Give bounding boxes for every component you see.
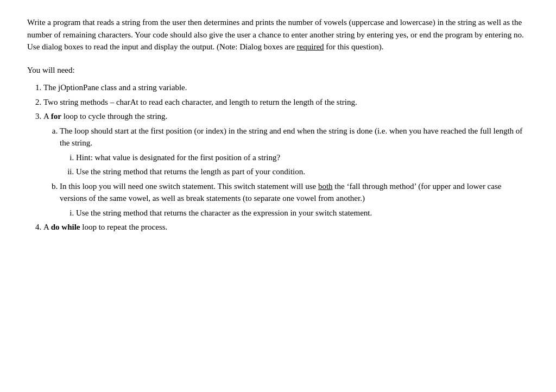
sub-roman-i-b-text: Use the string method that returns the c… <box>76 208 372 217</box>
sub-alpha-b-text: In this loop you will need one switch st… <box>60 182 501 203</box>
sub-roman-item-i-b: Use the string method that returns the c… <box>76 207 529 219</box>
required-underline: required <box>297 42 324 51</box>
sub-alpha-list-3: The loop should start at the first posit… <box>60 125 529 219</box>
intro-paragraph: Write a program that reads a string from… <box>27 16 529 53</box>
for-bold: for <box>51 112 61 121</box>
sub-alpha-item-a: The loop should start at the first posit… <box>60 125 529 178</box>
sub-roman-item-i-a: Hint: what value is designated for the f… <box>76 151 529 164</box>
main-ordered-list: The jOptionPane class and a string varia… <box>43 81 529 233</box>
sub-roman-i-a-text: Hint: what value is designated for the f… <box>76 153 280 162</box>
sub-roman-list-a: Hint: what value is designated for the f… <box>76 151 529 178</box>
list-item-3: A for loop to cycle through the string. … <box>43 110 529 219</box>
sub-alpha-item-b: In this loop you will need one switch st… <box>60 180 529 219</box>
list-item-3-text: A for loop to cycle through the string. <box>43 112 167 121</box>
list-item-4: A do while loop to repeat the process. <box>43 221 529 233</box>
list-item-1-text: The jOptionPane class and a string varia… <box>43 83 187 92</box>
sub-alpha-a-text: The loop should start at the first posit… <box>60 127 522 148</box>
sub-roman-ii-a-text: Use the string method that returns the l… <box>76 167 305 176</box>
list-item-2-text: Two string methods – charAt to read each… <box>43 98 357 106</box>
do-while-bold: do while <box>51 223 80 231</box>
list-item-1: The jOptionPane class and a string varia… <box>43 81 529 94</box>
both-underline: both <box>318 182 333 191</box>
list-item-4-text: A do while loop to repeat the process. <box>43 223 167 231</box>
you-will-need-label: You will need: <box>27 64 529 77</box>
sub-roman-item-ii-a: Use the string method that returns the l… <box>76 166 529 178</box>
list-item-2: Two string methods – charAt to read each… <box>43 96 529 109</box>
sub-roman-list-b: Use the string method that returns the c… <box>76 207 529 219</box>
